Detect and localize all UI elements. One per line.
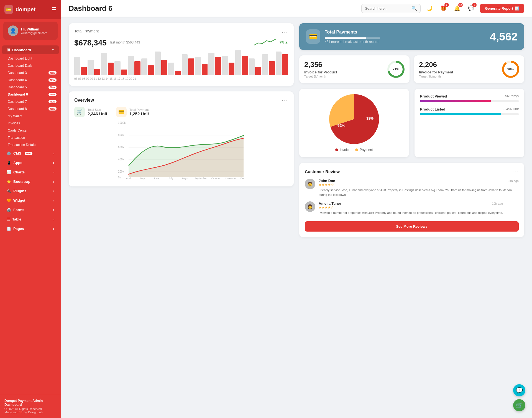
sidebar-item-transaction-details[interactable]: Transaction Details <box>0 141 61 148</box>
svg-text:200k: 200k <box>118 170 124 173</box>
logo-icon: 💳 <box>4 5 13 14</box>
sidebar-item-dashboard-7[interactable]: Dashboard 7 New <box>0 98 61 105</box>
total-payments-progress-fill <box>325 37 366 39</box>
product-viewed-header: Product Viewed 561/days <box>420 94 519 98</box>
pie-payment-pct: 38% <box>366 116 374 120</box>
support-float-button[interactable]: 💬 <box>513 384 525 396</box>
sidebar-item-dashboard-5[interactable]: Dashboard 5 New <box>0 84 61 91</box>
svg-text:May: May <box>140 177 145 180</box>
invoice-payment-target: Target 3k/month <box>419 75 453 78</box>
svg-text:800k: 800k <box>118 134 124 137</box>
payment-legend-label: Payment <box>360 148 373 152</box>
badge-new: New <box>48 107 57 111</box>
cart-float-button[interactable]: 🛒 <box>513 399 525 411</box>
notification-button[interactable]: 🔔 12 <box>452 3 462 13</box>
invoice-payment-info: 2,206 Invoice for Payment Target 3k/mont… <box>419 60 453 78</box>
svg-text:600k: 600k <box>118 146 124 149</box>
avatar: 👤 <box>8 25 18 36</box>
sidebar-item-cms[interactable]: ⚙️ CMS New › <box>2 149 59 158</box>
invoice-product-card: 2,356 Invoice for Product Target 3k/mont… <box>299 55 410 83</box>
total-payment-title: Total Payment <box>74 29 99 33</box>
svg-text:Dec.: Dec. <box>241 177 246 180</box>
total-payment-more-button[interactable]: ··· <box>282 29 288 35</box>
profile-name: Hi, William <box>21 27 47 31</box>
trend-value: 7% ▲ <box>280 40 288 44</box>
last-month-text: last month $563,443 <box>110 40 140 44</box>
search-box[interactable]: 🔍 <box>361 4 421 13</box>
product-viewed-stat: Product Viewed 561/days <box>420 94 519 102</box>
review-more-button[interactable]: ··· <box>512 168 519 175</box>
total-payment-header: Total Payment ··· <box>74 29 288 35</box>
footer-copy: © 2023 All Rights Reserved <box>4 407 57 411</box>
badge-new: New <box>48 100 57 103</box>
invoice-legend-item: Invoice <box>335 148 350 152</box>
product-viewed-value: 561/days <box>505 94 519 98</box>
sidebar-item-invoices[interactable]: Invoices <box>0 120 61 127</box>
sidebar-item-cards-center[interactable]: Cards Center <box>0 127 61 134</box>
sidebar-item-bootstrap[interactable]: ⭐ Bootstrap › <box>2 177 59 186</box>
notification-badge: 12 <box>458 3 463 7</box>
sidebar-item-dashboard-4[interactable]: Dashboard 4 New <box>0 76 61 84</box>
total-sale-info: Total Sale 2,346 Unit <box>88 108 107 116</box>
gift-button[interactable]: 🎁 2 <box>438 3 448 13</box>
reviewer-1-name: John Doe <box>319 179 335 183</box>
generate-report-button[interactable]: Generate Report 📊 <box>480 4 524 13</box>
trend-line-container <box>254 37 276 47</box>
sidebar-item-pages[interactable]: 📄 Pages › <box>2 224 59 233</box>
sidebar-item-dashboard-8[interactable]: Dashboard 8 New <box>0 105 61 112</box>
moon-icon: 🌙 <box>426 5 433 11</box>
total-payments-info: Total Payments 431 more to break last mo… <box>325 30 490 44</box>
sidebar-item-table[interactable]: ☰ Table › <box>2 215 59 224</box>
svg-text:June: June <box>154 177 159 180</box>
invoice-product-donut: 71% <box>387 61 405 78</box>
sidebar-item-apps[interactable]: 📱 Apps › <box>2 158 59 167</box>
sidebar-item-plugins[interactable]: 🔌 Plugins › <box>2 186 59 196</box>
total-sale-label: Total Sale <box>88 108 107 111</box>
badge-new: New <box>48 78 57 82</box>
arrow-right-icon: › <box>53 217 54 221</box>
total-payment-info: $678,345 last month $563,443 7% ▲ <box>74 37 288 47</box>
sidebar-toggle-button[interactable]: ☰ <box>52 6 57 13</box>
page-title: Dashboard 6 <box>69 4 112 13</box>
table-icon: ☰ <box>7 217 10 221</box>
bar-chart-container <box>74 50 288 75</box>
overview-more-button[interactable]: ··· <box>282 97 288 103</box>
reviewer-1-info: John Doe 5m ago ★★★★☆ Friendly service J… <box>319 179 519 197</box>
invoice-payment-percent: 90% <box>507 67 514 71</box>
sidebar-item-widget[interactable]: 🧡 Widget › <box>2 196 59 205</box>
sidebar-item-my-wallet[interactable]: My Wallet <box>0 112 61 120</box>
pie-legend: Invoice Payment <box>335 148 373 152</box>
profile-info: Hi, William william@gmail.com <box>21 27 47 35</box>
total-payments-icon: 💳 <box>306 29 320 44</box>
bootstrap-icon: ⭐ <box>7 179 11 184</box>
theme-toggle-button[interactable]: 🌙 <box>424 3 434 13</box>
sidebar-item-forms[interactable]: 🖨️ Forms › <box>2 205 59 214</box>
see-more-reviews-button[interactable]: See More Reviews <box>305 221 519 232</box>
bar-chart-icon: 📊 <box>515 6 519 11</box>
overview-title: Overview <box>74 98 94 103</box>
pie-invoice-pct: 62% <box>337 123 345 128</box>
review-item-2: 👩 Amelia Tuner 10h ago ★★★★☆ I viewed a … <box>305 201 519 215</box>
search-input[interactable] <box>365 6 409 11</box>
invoice-legend-dot <box>335 148 338 151</box>
review-2-header: Amelia Tuner 10h ago <box>319 201 503 206</box>
arrow-right-icon: › <box>53 227 54 231</box>
pie-chart-card: 62% 38% Invoice Payment <box>299 89 409 157</box>
forms-icon: 🖨️ <box>7 208 11 212</box>
sidebar-item-transaction[interactable]: Transaction <box>0 134 61 141</box>
arrow-right-icon: › <box>53 189 54 193</box>
reviewer-2-name: Amelia Tuner <box>319 201 341 206</box>
total-payments-progress-wrap <box>325 37 380 39</box>
sidebar-item-dashboard-light[interactable]: Dashboard Light <box>0 55 61 62</box>
sidebar-item-charts[interactable]: 📊 Charts › <box>2 168 59 177</box>
topbar-right: 🔍 🌙 🎁 2 🔔 12 💬 5 Generate Report 📊 <box>361 3 524 13</box>
search-icon[interactable]: 🔍 <box>411 6 417 11</box>
arrow-right-icon: › <box>53 179 54 184</box>
sidebar-item-dashboard-6[interactable]: Dashboard 6 New <box>0 91 61 98</box>
sidebar-item-dashboard-3[interactable]: Dashboard 3 New <box>0 69 61 76</box>
chat-button[interactable]: 💬 5 <box>466 3 476 13</box>
sidebar-dashboard-section[interactable]: ⊞ Dashboard ▼ <box>2 45 59 54</box>
total-payment-stat-label: Total Payment <box>129 108 149 111</box>
dashboard-arrow-icon: ▼ <box>52 48 54 52</box>
sidebar-item-dashboard-dark[interactable]: Dashboard Dark <box>0 62 61 69</box>
